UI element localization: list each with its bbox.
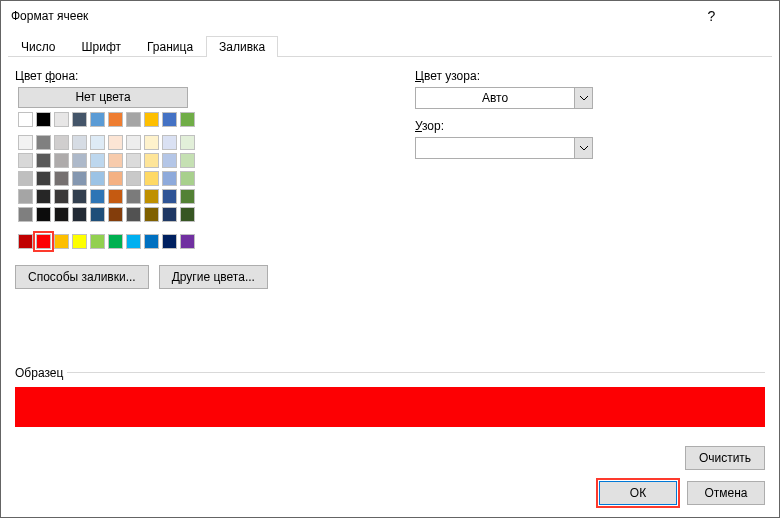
color-swatch[interactable] <box>72 234 87 249</box>
no-color-button[interactable]: Нет цвета <box>18 87 188 108</box>
color-swatch[interactable] <box>72 135 87 150</box>
color-swatch[interactable] <box>72 207 87 222</box>
cancel-button[interactable]: Отмена <box>687 481 765 505</box>
color-swatch[interactable] <box>144 234 159 249</box>
color-swatch[interactable] <box>144 135 159 150</box>
color-swatch[interactable] <box>90 207 105 222</box>
fill-action-row: Способы заливки... Другие цвета... <box>15 265 375 289</box>
color-swatch[interactable] <box>54 171 69 186</box>
color-swatch[interactable] <box>126 171 141 186</box>
chevron-down-icon <box>574 138 592 158</box>
color-swatch[interactable] <box>18 171 33 186</box>
dialog-buttons: ОК Отмена <box>599 481 765 505</box>
color-swatch[interactable] <box>54 153 69 168</box>
color-swatch[interactable] <box>54 234 69 249</box>
color-swatch[interactable] <box>18 207 33 222</box>
color-swatch[interactable] <box>36 207 51 222</box>
color-swatch[interactable] <box>36 171 51 186</box>
color-swatch[interactable] <box>108 234 123 249</box>
color-swatch[interactable] <box>162 153 177 168</box>
color-swatch[interactable] <box>54 189 69 204</box>
color-swatch[interactable] <box>180 135 195 150</box>
color-swatch[interactable] <box>72 171 87 186</box>
color-swatch[interactable] <box>126 153 141 168</box>
color-swatch[interactable] <box>36 234 51 249</box>
color-swatch[interactable] <box>54 207 69 222</box>
color-swatch[interactable] <box>90 153 105 168</box>
color-swatch[interactable] <box>126 112 141 127</box>
color-swatch[interactable] <box>180 171 195 186</box>
color-swatch[interactable] <box>126 189 141 204</box>
color-swatch[interactable] <box>18 112 33 127</box>
color-swatch[interactable] <box>36 189 51 204</box>
content-area: Цвет фона: Нет цвета Способы заливки... … <box>1 57 779 289</box>
fill-effects-button[interactable]: Способы заливки... <box>15 265 149 289</box>
color-swatch[interactable] <box>126 234 141 249</box>
color-swatch[interactable] <box>162 112 177 127</box>
sample-divider <box>15 372 765 373</box>
left-panel: Цвет фона: Нет цвета Способы заливки... … <box>15 69 375 289</box>
color-swatch[interactable] <box>36 153 51 168</box>
color-swatch[interactable] <box>72 112 87 127</box>
color-swatch[interactable] <box>18 153 33 168</box>
color-swatch[interactable] <box>126 135 141 150</box>
color-swatch[interactable] <box>144 189 159 204</box>
window-title: Формат ячеек <box>11 9 689 23</box>
color-swatch[interactable] <box>90 112 105 127</box>
close-button[interactable] <box>734 1 779 30</box>
more-colors-button[interactable]: Другие цвета... <box>159 265 268 289</box>
sample-label: Образец <box>15 366 67 380</box>
tabstrip: Число Шрифт Граница Заливка <box>8 35 772 57</box>
color-swatch[interactable] <box>180 153 195 168</box>
color-swatch[interactable] <box>36 112 51 127</box>
tab-fill[interactable]: Заливка <box>206 36 278 57</box>
color-swatch[interactable] <box>108 207 123 222</box>
color-swatch[interactable] <box>180 189 195 204</box>
color-swatch[interactable] <box>180 207 195 222</box>
color-swatch[interactable] <box>108 112 123 127</box>
pattern-style-combo[interactable] <box>415 137 593 159</box>
color-swatch[interactable] <box>162 207 177 222</box>
color-swatch[interactable] <box>108 153 123 168</box>
color-swatch[interactable] <box>72 189 87 204</box>
right-panel: Цвет узора: Авто Узор: <box>415 69 765 289</box>
clear-button[interactable]: Очистить <box>685 446 765 470</box>
color-swatch[interactable] <box>18 234 33 249</box>
color-swatch[interactable] <box>144 171 159 186</box>
ok-button[interactable]: ОК <box>599 481 677 505</box>
color-swatch[interactable] <box>126 207 141 222</box>
color-swatch[interactable] <box>180 112 195 127</box>
color-swatch[interactable] <box>144 112 159 127</box>
color-swatch[interactable] <box>54 135 69 150</box>
pattern-color-combo[interactable]: Авто <box>415 87 593 109</box>
color-swatch[interactable] <box>90 189 105 204</box>
color-swatch[interactable] <box>36 135 51 150</box>
palette-row <box>18 135 375 150</box>
sample-section: Образец <box>15 357 765 427</box>
pattern-color-label: Цвет узора: <box>415 69 765 83</box>
tab-border[interactable]: Граница <box>134 36 206 57</box>
color-swatch[interactable] <box>162 189 177 204</box>
color-swatch[interactable] <box>180 234 195 249</box>
color-swatch[interactable] <box>108 171 123 186</box>
help-button[interactable]: ? <box>689 1 734 30</box>
color-swatch[interactable] <box>162 234 177 249</box>
color-swatch[interactable] <box>90 234 105 249</box>
color-swatch[interactable] <box>108 135 123 150</box>
color-swatch[interactable] <box>72 153 87 168</box>
color-swatch[interactable] <box>54 112 69 127</box>
color-swatch[interactable] <box>162 135 177 150</box>
theme-color-palette <box>18 112 375 249</box>
color-swatch[interactable] <box>144 153 159 168</box>
chevron-down-icon <box>574 88 592 108</box>
color-swatch[interactable] <box>108 189 123 204</box>
color-swatch[interactable] <box>162 171 177 186</box>
color-swatch[interactable] <box>18 135 33 150</box>
color-swatch[interactable] <box>90 135 105 150</box>
color-swatch[interactable] <box>18 189 33 204</box>
color-swatch[interactable] <box>144 207 159 222</box>
help-icon: ? <box>708 8 716 24</box>
color-swatch[interactable] <box>90 171 105 186</box>
tab-number[interactable]: Число <box>8 36 69 57</box>
tab-font[interactable]: Шрифт <box>69 36 134 57</box>
